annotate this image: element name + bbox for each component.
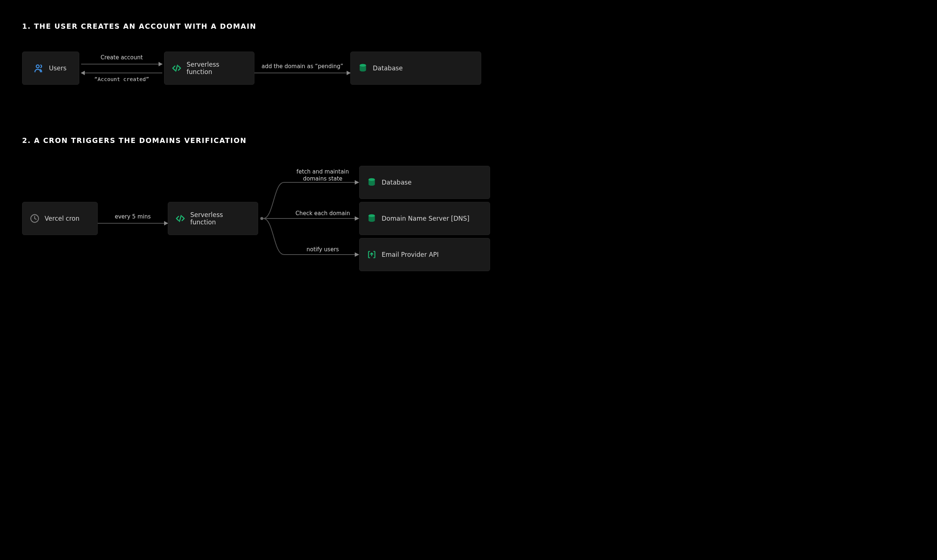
- section-1: 1. THE USER CREATES AN ACCOUNT WITH A DO…: [22, 22, 915, 85]
- database-icon: [357, 63, 368, 74]
- node-cron-label: Vercel cron: [45, 215, 79, 222]
- svg-marker-9: [355, 252, 359, 257]
- node-users: Users: [22, 52, 79, 85]
- code-icon: [175, 213, 186, 224]
- users-icon: [34, 63, 45, 74]
- fan-out: fetch and maintain domains state Check e…: [258, 166, 490, 271]
- svg-point-13: [368, 214, 375, 217]
- section-2: 2. A CRON TRIGGERS THE DOMAINS VERIFICAT…: [22, 136, 915, 271]
- section-2-flow: Vercel cron every 5 mins Serve: [22, 166, 915, 271]
- svg-line-6: [180, 215, 181, 222]
- connector-users-serverless: Create account “Account created”: [79, 52, 164, 85]
- arrow-label: “Account created”: [94, 76, 149, 82]
- code-icon: [171, 63, 182, 74]
- fan-source-dot: [260, 217, 263, 220]
- database-icon: [366, 177, 377, 188]
- fan-connectors: fetch and maintain domains state Check e…: [263, 166, 359, 271]
- svg-marker-7: [355, 180, 359, 185]
- node-vercel-cron: Vercel cron: [22, 202, 98, 235]
- node-dns-label: Domain Name Server [DNS]: [382, 215, 469, 222]
- fan-label-fetch: fetch and maintain domains state: [296, 168, 349, 182]
- svg-line-1: [176, 65, 178, 71]
- arrow-label: Create account: [101, 54, 143, 61]
- database-icon: [366, 213, 377, 224]
- arrow-label: add the domain as “pending”: [261, 63, 343, 70]
- fan-label-notify: notify users: [306, 246, 339, 253]
- arrow-label: every 5 mins: [115, 213, 151, 220]
- bracket-upload-icon: [366, 249, 377, 260]
- node-email-label: Email Provider API: [382, 251, 439, 258]
- section-1-title: 1. THE USER CREATES AN ACCOUNT WITH A DO…: [22, 22, 915, 30]
- connector-serverless-db: add the domain as “pending”: [255, 52, 350, 85]
- node-dns: Domain Name Server [DNS]: [359, 202, 490, 235]
- node-serverless-label: Serverless function: [187, 61, 246, 75]
- node-serverless-label: Serverless function: [190, 211, 250, 226]
- node-users-label: Users: [49, 65, 67, 72]
- section-1-flow: Users Create account “Account created”: [22, 52, 915, 85]
- node-serverless-2: Serverless function: [168, 202, 258, 235]
- node-database-label: Database: [373, 65, 403, 72]
- node-serverless-1: Serverless function: [164, 52, 255, 85]
- node-database-label: Database: [382, 179, 412, 186]
- fan-destinations: Database Domain Name Server [DNS]: [359, 166, 490, 271]
- node-email-api: Email Provider API: [359, 238, 490, 271]
- arrow-create-account: Create account: [81, 54, 162, 65]
- connector-cron-serverless: every 5 mins: [98, 202, 168, 235]
- arrow-account-created: “Account created”: [81, 72, 162, 82]
- node-database-1: Database: [350, 52, 481, 85]
- fan-label-line1: fetch and maintain: [296, 168, 349, 175]
- fan-label-check: Check each domain: [295, 210, 350, 217]
- svg-point-11: [368, 178, 375, 181]
- svg-point-0: [36, 65, 39, 68]
- svg-point-4: [360, 64, 366, 67]
- clock-icon: [29, 213, 40, 224]
- section-2-title: 2. A CRON TRIGGERS THE DOMAINS VERIFICAT…: [22, 136, 915, 145]
- node-database-2: Database: [359, 166, 490, 199]
- svg-marker-8: [355, 216, 359, 221]
- fan-label-line2: domains state: [303, 175, 343, 182]
